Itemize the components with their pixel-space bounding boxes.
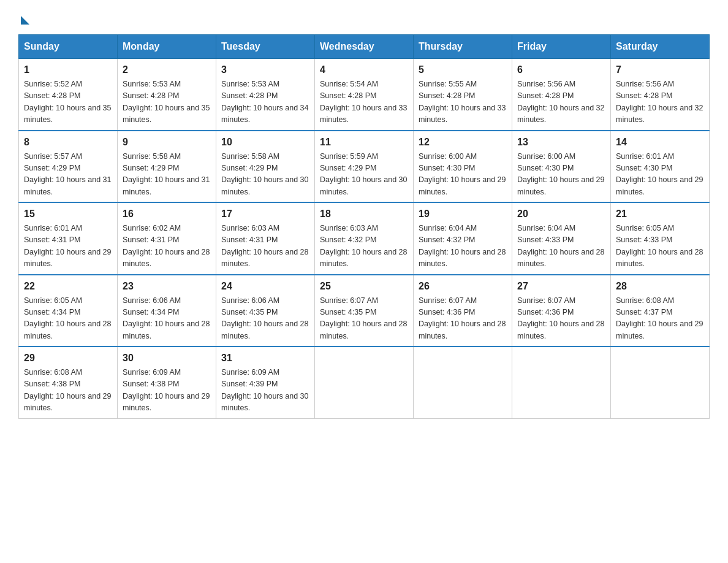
calendar-cell: 6Sunrise: 5:56 AMSunset: 4:28 PMDaylight… <box>512 59 611 131</box>
day-number: 14 <box>616 135 704 150</box>
day-number: 30 <box>123 351 211 366</box>
calendar-cell: 7Sunrise: 5:56 AMSunset: 4:28 PMDaylight… <box>611 59 710 131</box>
day-number: 31 <box>221 351 309 366</box>
calendar-cell: 5Sunrise: 5:55 AMSunset: 4:28 PMDaylight… <box>414 59 512 131</box>
day-info: Sunrise: 6:02 AMSunset: 4:31 PMDaylight:… <box>123 223 211 270</box>
day-number: 6 <box>517 63 605 77</box>
day-info: Sunrise: 5:54 AMSunset: 4:28 PMDaylight:… <box>320 79 408 126</box>
logo <box>18 12 29 22</box>
day-info: Sunrise: 5:56 AMSunset: 4:28 PMDaylight:… <box>517 79 605 126</box>
day-number: 3 <box>221 63 309 77</box>
day-info: Sunrise: 6:06 AMSunset: 4:35 PMDaylight:… <box>221 295 309 343</box>
day-number: 24 <box>221 279 309 294</box>
day-number: 11 <box>320 135 408 150</box>
day-number: 26 <box>419 279 507 294</box>
calendar-week-row: 22Sunrise: 6:05 AMSunset: 4:34 PMDayligh… <box>19 275 710 347</box>
calendar-week-row: 8Sunrise: 5:57 AMSunset: 4:29 PMDaylight… <box>19 131 710 203</box>
day-info: Sunrise: 6:09 AMSunset: 4:38 PMDaylight:… <box>123 367 211 415</box>
calendar-cell <box>512 347 611 418</box>
calendar-cell: 31Sunrise: 6:09 AMSunset: 4:39 PMDayligh… <box>216 347 315 418</box>
calendar-cell <box>315 347 414 418</box>
day-info: Sunrise: 6:08 AMSunset: 4:38 PMDaylight:… <box>24 367 112 415</box>
day-number: 9 <box>123 135 211 150</box>
day-number: 13 <box>517 135 605 150</box>
day-number: 23 <box>123 279 211 294</box>
calendar-cell: 12Sunrise: 6:00 AMSunset: 4:30 PMDayligh… <box>414 131 512 203</box>
day-info: Sunrise: 5:58 AMSunset: 4:29 PMDaylight:… <box>221 151 309 199</box>
calendar-cell: 21Sunrise: 6:05 AMSunset: 4:33 PMDayligh… <box>611 202 710 275</box>
day-number: 19 <box>419 207 507 221</box>
calendar-cell: 16Sunrise: 6:02 AMSunset: 4:31 PMDayligh… <box>118 202 216 275</box>
day-number: 12 <box>419 135 507 150</box>
day-info: Sunrise: 6:03 AMSunset: 4:32 PMDaylight:… <box>320 223 408 270</box>
day-number: 20 <box>517 207 605 221</box>
calendar-header-sunday: Sunday <box>19 35 118 59</box>
calendar-cell: 13Sunrise: 6:00 AMSunset: 4:30 PMDayligh… <box>512 131 611 203</box>
calendar-cell <box>611 347 710 418</box>
page-header <box>18 12 710 22</box>
day-number: 28 <box>616 279 704 294</box>
day-number: 7 <box>616 63 704 77</box>
day-info: Sunrise: 6:03 AMSunset: 4:31 PMDaylight:… <box>221 223 309 270</box>
day-number: 17 <box>221 207 309 221</box>
calendar-cell: 14Sunrise: 6:01 AMSunset: 4:30 PMDayligh… <box>611 131 710 203</box>
calendar-week-row: 15Sunrise: 6:01 AMSunset: 4:31 PMDayligh… <box>19 202 710 275</box>
calendar-header-tuesday: Tuesday <box>216 35 315 59</box>
day-info: Sunrise: 6:05 AMSunset: 4:34 PMDaylight:… <box>24 295 112 343</box>
day-info: Sunrise: 6:00 AMSunset: 4:30 PMDaylight:… <box>419 151 507 199</box>
day-info: Sunrise: 6:05 AMSunset: 4:33 PMDaylight:… <box>616 223 704 270</box>
calendar-header-friday: Friday <box>512 35 611 59</box>
calendar-cell: 25Sunrise: 6:07 AMSunset: 4:35 PMDayligh… <box>315 275 414 347</box>
day-number: 21 <box>616 207 704 221</box>
calendar-header-monday: Monday <box>118 35 216 59</box>
day-number: 27 <box>517 279 605 294</box>
calendar-cell: 20Sunrise: 6:04 AMSunset: 4:33 PMDayligh… <box>512 202 611 275</box>
day-info: Sunrise: 5:58 AMSunset: 4:29 PMDaylight:… <box>123 151 211 199</box>
day-number: 5 <box>419 63 507 77</box>
calendar-cell: 26Sunrise: 6:07 AMSunset: 4:36 PMDayligh… <box>414 275 512 347</box>
day-info: Sunrise: 5:55 AMSunset: 4:28 PMDaylight:… <box>419 79 507 126</box>
day-number: 22 <box>24 279 112 294</box>
calendar-cell: 22Sunrise: 6:05 AMSunset: 4:34 PMDayligh… <box>19 275 118 347</box>
calendar-cell: 11Sunrise: 5:59 AMSunset: 4:29 PMDayligh… <box>315 131 414 203</box>
calendar-cell: 27Sunrise: 6:07 AMSunset: 4:36 PMDayligh… <box>512 275 611 347</box>
day-info: Sunrise: 6:01 AMSunset: 4:31 PMDaylight:… <box>24 223 112 270</box>
calendar-cell: 8Sunrise: 5:57 AMSunset: 4:29 PMDaylight… <box>19 131 118 203</box>
day-info: Sunrise: 6:00 AMSunset: 4:30 PMDaylight:… <box>517 151 605 199</box>
day-info: Sunrise: 6:09 AMSunset: 4:39 PMDaylight:… <box>221 367 309 415</box>
day-number: 10 <box>221 135 309 150</box>
logo-arrow-icon <box>21 16 29 25</box>
calendar-header-wednesday: Wednesday <box>315 35 414 59</box>
calendar-cell: 10Sunrise: 5:58 AMSunset: 4:29 PMDayligh… <box>216 131 315 203</box>
calendar-cell: 24Sunrise: 6:06 AMSunset: 4:35 PMDayligh… <box>216 275 315 347</box>
calendar-cell: 17Sunrise: 6:03 AMSunset: 4:31 PMDayligh… <box>216 202 315 275</box>
day-info: Sunrise: 5:57 AMSunset: 4:29 PMDaylight:… <box>24 151 112 199</box>
day-number: 2 <box>123 63 211 77</box>
calendar-cell: 1Sunrise: 5:52 AMSunset: 4:28 PMDaylight… <box>19 59 118 131</box>
day-number: 15 <box>24 207 112 221</box>
calendar-cell: 19Sunrise: 6:04 AMSunset: 4:32 PMDayligh… <box>414 202 512 275</box>
calendar-cell: 29Sunrise: 6:08 AMSunset: 4:38 PMDayligh… <box>19 347 118 418</box>
calendar-cell: 28Sunrise: 6:08 AMSunset: 4:37 PMDayligh… <box>611 275 710 347</box>
calendar-cell: 2Sunrise: 5:53 AMSunset: 4:28 PMDaylight… <box>118 59 216 131</box>
day-info: Sunrise: 5:56 AMSunset: 4:28 PMDaylight:… <box>616 79 704 126</box>
day-number: 25 <box>320 279 408 294</box>
day-number: 16 <box>123 207 211 221</box>
day-info: Sunrise: 6:07 AMSunset: 4:35 PMDaylight:… <box>320 295 408 343</box>
day-info: Sunrise: 6:08 AMSunset: 4:37 PMDaylight:… <box>616 295 704 343</box>
calendar-cell: 15Sunrise: 6:01 AMSunset: 4:31 PMDayligh… <box>19 202 118 275</box>
day-info: Sunrise: 5:59 AMSunset: 4:29 PMDaylight:… <box>320 151 408 199</box>
day-info: Sunrise: 6:04 AMSunset: 4:32 PMDaylight:… <box>419 223 507 270</box>
day-number: 8 <box>24 135 112 150</box>
day-info: Sunrise: 5:53 AMSunset: 4:28 PMDaylight:… <box>123 79 211 126</box>
day-number: 29 <box>24 351 112 366</box>
calendar-table: SundayMondayTuesdayWednesdayThursdayFrid… <box>18 34 710 419</box>
calendar-cell: 3Sunrise: 5:53 AMSunset: 4:28 PMDaylight… <box>216 59 315 131</box>
calendar-cell: 18Sunrise: 6:03 AMSunset: 4:32 PMDayligh… <box>315 202 414 275</box>
calendar-week-row: 1Sunrise: 5:52 AMSunset: 4:28 PMDaylight… <box>19 59 710 131</box>
day-info: Sunrise: 6:01 AMSunset: 4:30 PMDaylight:… <box>616 151 704 199</box>
day-info: Sunrise: 6:06 AMSunset: 4:34 PMDaylight:… <box>123 295 211 343</box>
day-number: 4 <box>320 63 408 77</box>
calendar-cell: 9Sunrise: 5:58 AMSunset: 4:29 PMDaylight… <box>118 131 216 203</box>
calendar-cell <box>414 347 512 418</box>
